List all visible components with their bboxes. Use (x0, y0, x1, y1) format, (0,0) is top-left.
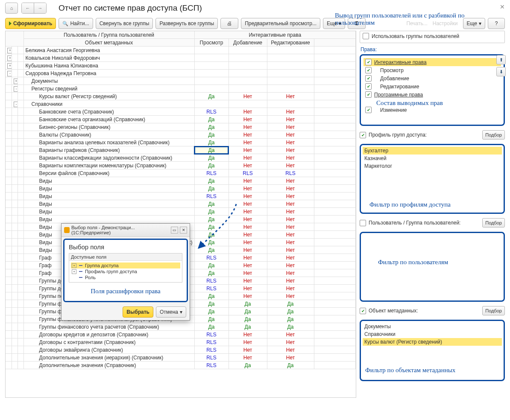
field-profile[interactable]: +Профиль групп доступа (71, 268, 180, 274)
meta-select-button[interactable]: Подбор (482, 306, 505, 315)
table-row[interactable]: Версии файлов (Справочник)RLSRLSRLS (6, 169, 356, 177)
choose-button[interactable]: Выбрать (123, 306, 153, 318)
available-fields[interactable]: Доступные поля +Группа доступа +Профиль … (69, 253, 182, 283)
table-row[interactable]: ВидыRLSНетНет (6, 192, 356, 200)
expand-icon[interactable]: + (7, 48, 12, 53)
rights-add[interactable]: Добавление (374, 76, 409, 82)
profile-item[interactable]: Маркетолог (363, 162, 502, 170)
profile-filter-checkbox[interactable] (360, 132, 366, 138)
page-title: Отчет по системе прав доступа (БСП) (59, 3, 202, 13)
close-button[interactable]: ✕ (500, 3, 505, 10)
table-row[interactable]: Варианты классификации задолженности (Сп… (6, 154, 356, 162)
chk-add[interactable] (365, 75, 372, 82)
expand-all-button[interactable]: Развернуть все группы (155, 18, 218, 29)
find-button[interactable]: 🔍Найти... (59, 18, 93, 29)
meta-item[interactable]: Курсы валют (Регистр сведений) (363, 338, 502, 346)
table-row[interactable]: +Документы (6, 77, 356, 85)
chk-interactive[interactable] (365, 59, 372, 65)
dialog-titlebar: Выбор поля - Демонстраци... (1С:Предприя… (71, 225, 167, 235)
col-add: Добавление (229, 39, 267, 47)
table-row[interactable]: Договоры с контрагентами (Справочник)RLS… (6, 338, 356, 346)
field-role[interactable]: Роль (71, 274, 180, 280)
table-row[interactable]: Варианты анализа целевых показателей (Сп… (6, 139, 356, 146)
field-group-access[interactable]: +Группа доступа (71, 262, 180, 268)
col-interactive: Интерактивные права (194, 31, 355, 39)
user-select-button[interactable]: Подбор (482, 218, 505, 228)
back-button[interactable]: ← (22, 3, 34, 13)
expand-icon[interactable]: - (14, 86, 18, 92)
chk-edit[interactable] (365, 83, 372, 90)
table-row[interactable]: ВидыДаНетНет (6, 185, 356, 192)
meta-list[interactable]: Документы Справочники Курсы валют (Регис… (360, 320, 505, 381)
table-row[interactable]: ВидыДаНетНет (6, 200, 356, 208)
table-row[interactable]: ВидыДаНетНет (6, 177, 356, 185)
table-row[interactable]: Валюты (Справочник)ДаНетНет (6, 131, 356, 139)
table-row[interactable]: Группы финансового учета расчетов (Справ… (6, 323, 356, 331)
move-up[interactable]: ⬆ (496, 55, 506, 64)
annotation-rights: Состав выводимых прав (376, 99, 510, 107)
table-row[interactable]: Бизнес-регионы (Справочник)ДаНетНет (6, 123, 356, 131)
chk-view[interactable] (365, 67, 372, 73)
use-groups-checkbox[interactable] (363, 33, 369, 39)
table-row[interactable]: -Сидорова Надежда Петровна (6, 70, 356, 77)
expand-icon[interactable]: + (7, 55, 12, 61)
meta-item[interactable]: Справочники (363, 330, 502, 338)
table-row[interactable]: ВидыДаНетНет (6, 208, 356, 216)
table-row[interactable]: Банковские счета организаций (Справочник… (6, 116, 356, 123)
expand-icon[interactable]: - (7, 71, 12, 76)
table-row[interactable]: +Кубышкина Наина Юлиановна (6, 62, 356, 70)
table-row[interactable]: Варианты комплектации номенклатуры (Спра… (6, 162, 356, 169)
table-row[interactable]: -Регистры сведений (6, 85, 356, 93)
table-row[interactable]: +Ковальков Николай Федорович (6, 54, 356, 62)
table-row[interactable]: Курсы валют (Регистр сведений)ДаНетНет (6, 93, 356, 100)
table-row[interactable]: Варианты графиков (Справочник)ДаНетНет (6, 146, 356, 154)
rights-view[interactable]: Просмотр (374, 67, 404, 73)
meta-filter-checkbox[interactable] (360, 308, 366, 314)
app-icon (64, 227, 70, 233)
preview-button[interactable]: Предварительный просмотр... (241, 18, 320, 29)
profiles-list[interactable]: Бухгалтер Казначей Маркетолог Фильтр по … (360, 144, 505, 214)
user-filter-label: Пользователь / Группа пользователей: (369, 220, 480, 226)
table-row[interactable]: Дополнительные значения (иерархия) (Спра… (6, 354, 356, 362)
user-filter-checkbox[interactable] (360, 220, 366, 226)
expand-icon[interactable]: + (7, 63, 12, 69)
table-row[interactable]: Дополнительные значения (Справочник)RLSД… (6, 362, 356, 369)
rights-label: Права: (360, 46, 505, 54)
profile-filter-label: Профиль групп доступа: (369, 132, 480, 138)
table-row[interactable]: Банковские счета (Справочник)RLSНетНет (6, 108, 356, 116)
form-button[interactable]: Сформировать (5, 18, 56, 29)
report-area: Пользователь / Группа пользователей Инте… (5, 31, 356, 398)
rights-prog[interactable]: Программные права (374, 92, 423, 98)
rights-change[interactable]: Изменение (374, 107, 407, 113)
collapse-all-button[interactable]: Свернуть все группы (96, 18, 153, 29)
col-user: Пользователь / Группа пользователей (23, 31, 194, 39)
col-meta: Объект метаданных (23, 39, 194, 47)
home-button[interactable]: ⌂ (5, 3, 18, 14)
chk-change[interactable] (365, 107, 372, 113)
annotation-meta: Фильтр по объектам метаданных (365, 367, 493, 374)
rights-interactive[interactable]: Интерактивные права (374, 59, 427, 65)
table-row[interactable]: +Белкина Анастасия Георгиевна (6, 47, 356, 54)
meta-item[interactable]: Документы (363, 323, 502, 330)
dialog-close[interactable]: ✕ (180, 227, 187, 233)
expand-icon[interactable]: - (14, 102, 18, 107)
table-row[interactable]: Договоры кредитов и депозитов (Справочни… (6, 331, 356, 338)
users-list[interactable]: Фильтр по пользователям (360, 232, 505, 302)
move-down[interactable]: ⬇ (496, 67, 506, 76)
print-icon-button[interactable]: 🖨 (220, 18, 238, 29)
expand-icon[interactable]: + (14, 79, 18, 84)
table-row[interactable]: ВидыДаНетНет (6, 216, 356, 223)
dialog-min[interactable]: ▭ (171, 227, 178, 233)
cancel-button[interactable]: Отмена ▾ (156, 306, 186, 318)
annotation-top: Вывод групп пользователей или с разбивко… (335, 12, 497, 26)
profile-item[interactable]: Казначей (363, 155, 502, 162)
rights-edit[interactable]: Редактирование (374, 84, 419, 90)
table-row[interactable]: Договоры эквайринга (Справочник)RLSНетНе… (6, 346, 356, 354)
profile-item[interactable]: Бухгалтер (363, 147, 502, 155)
chk-prog[interactable] (365, 91, 372, 98)
dialog-heading: Выбор поля (69, 243, 182, 251)
forward-button[interactable]: → (34, 3, 46, 13)
profile-select-button[interactable]: Подбор (482, 130, 505, 140)
col-view: Просмотр (194, 39, 229, 47)
table-row[interactable]: -Справочники (6, 100, 356, 108)
